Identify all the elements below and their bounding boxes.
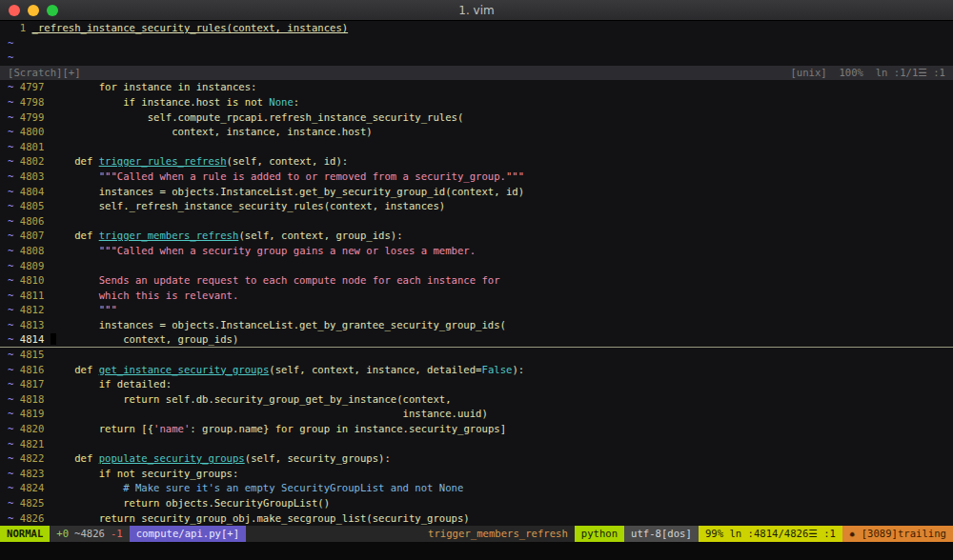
code-line[interactable]: ~4808 """Called when a security group ga… — [0, 244, 953, 259]
minimize-button[interactable] — [28, 5, 39, 16]
line-number: 4816 — [20, 363, 45, 378]
code-line[interactable]: ~4806 — [0, 214, 953, 230]
line-number: 4801 — [20, 140, 45, 155]
code-line[interactable]: ~4799 self.compute_rpcapi.refresh_instan… — [0, 110, 953, 126]
whitespace-warning: ✹ [3089]trailing — [842, 526, 953, 542]
code-line[interactable]: ~4798 if instance.host is not None: — [0, 95, 953, 110]
gitgutter-modified-sign: ~ — [8, 110, 20, 126]
code-text: """Called when a rule is added to or rem… — [51, 170, 525, 185]
gitgutter-modified-sign: ~ — [8, 140, 20, 155]
gitgutter-modified-sign: ~ — [8, 185, 20, 200]
code-line[interactable]: ~4804 instances = objects.InstanceList.g… — [0, 185, 953, 200]
code-line[interactable]: ~4802 def trigger_rules_refresh(self, co… — [0, 154, 953, 170]
gitgutter-modified-sign: ~ — [8, 229, 20, 244]
close-button[interactable] — [9, 5, 20, 16]
code-line[interactable]: ~4826 return security_group_obj.make_sec… — [0, 511, 953, 527]
line-number: 4825 — [20, 496, 45, 511]
line-number: 4819 — [20, 407, 45, 422]
gitgutter-modified-sign: ~ — [8, 289, 20, 304]
gitgutter-modified-sign: ~ — [8, 511, 20, 527]
gitgutter-modified-sign: ~ — [8, 244, 20, 259]
code-line[interactable]: ~4805 self._refresh_instance_security_ru… — [0, 199, 953, 214]
line-number: 4799 — [20, 110, 45, 126]
code-line[interactable]: ~4820 return [{'name': group.name} for g… — [0, 422, 953, 437]
line-number: 4802 — [20, 154, 45, 170]
code-text: return objects.SecurityGroupList() — [51, 496, 330, 511]
code-line[interactable]: ~4814 context, group_ids) — [0, 332, 953, 348]
gitgutter-modified-sign: ~ — [8, 80, 20, 95]
command-line[interactable] — [0, 542, 953, 560]
gitgutter-modified-sign: ~ — [8, 348, 20, 363]
line-number: 4815 — [20, 348, 45, 363]
gitgutter-modified-sign: ~ — [8, 95, 20, 110]
code-line[interactable]: ~4817 if detailed: — [0, 377, 953, 392]
code-text: Sends an update request to each compute … — [51, 273, 500, 289]
code-line[interactable]: ~4797 for instance in instances: — [0, 80, 953, 95]
code-line[interactable]: ~4819 instance.uuid) — [0, 407, 953, 422]
gitgutter-modified-sign: ~ — [8, 318, 20, 333]
code-line[interactable]: ~4812 """ — [0, 303, 953, 318]
code-text: self.compute_rpcapi.refresh_instance_sec… — [51, 110, 464, 126]
code-text: return [{'name': group.name} for group i… — [51, 422, 506, 437]
code-text: return security_group_obj.make_secgroup_… — [51, 511, 470, 527]
gitgutter-modified-sign: ~ — [8, 422, 20, 437]
code-line[interactable]: ~4821 — [0, 437, 953, 452]
line-number: 4800 — [20, 125, 45, 140]
line-number: 1 — [8, 21, 26, 36]
gitgutter-modified-sign: ~ — [8, 363, 20, 378]
inactive-statusline[interactable]: [Scratch][+] [unix] 100% ln :1/1☰ :1 — [0, 66, 953, 81]
fullscreen-button[interactable] — [47, 5, 58, 16]
gitgutter-modified-sign: ~ — [8, 437, 20, 452]
line-number: 4811 — [20, 289, 45, 304]
code-line[interactable]: ~4803 """Called when a rule is added to … — [0, 170, 953, 185]
preview-window[interactable]: 1_refresh_instance_security_rules(contex… — [0, 21, 953, 80]
code-line[interactable]: ~4824 # Make sure it's an empty Security… — [0, 481, 953, 496]
line-number: 4803 — [20, 170, 45, 185]
window-title: 1. vim — [458, 4, 494, 17]
line-number: 4797 — [20, 80, 45, 95]
code-line[interactable]: ~4801 — [0, 140, 953, 155]
line-number: 4820 — [20, 422, 45, 437]
filename-segment: compute/api.py[+] — [130, 526, 246, 542]
code-text: if detailed: — [51, 377, 172, 392]
cursor-position-segment: 99% ln :4814/4826☰ :1 — [699, 526, 842, 542]
line-number: 4826 — [20, 511, 45, 527]
code-line[interactable]: ~4818 return self.db.security_group_get_… — [0, 392, 953, 408]
code-text: def trigger_rules_refresh(self, context,… — [51, 154, 349, 170]
tilde-marker: ~ — [8, 36, 13, 51]
gitgutter-modified-sign: ~ — [8, 259, 20, 274]
empty-buffer-line: ~ — [0, 50, 953, 66]
line-number: 4806 — [20, 214, 45, 230]
code-line[interactable]: ~4810 Sends an update request to each co… — [0, 273, 953, 289]
tilde-marker: ~ — [8, 50, 13, 66]
traffic-lights — [9, 0, 58, 20]
code-text: """Called when a security group gains a … — [51, 244, 476, 259]
code-line[interactable]: ~4811 which this is relevant. — [0, 289, 953, 304]
line-number: 4814 — [20, 332, 45, 348]
current-function-tag: trigger_members_refresh — [421, 526, 575, 542]
line-number: 4817 — [20, 377, 45, 392]
gitgutter-modified-sign: ~ — [8, 303, 20, 318]
code-line[interactable]: ~4809 — [0, 259, 953, 274]
gitgutter-modified-sign: ~ — [8, 170, 20, 185]
scratch-buffer-info: [unix] 100% ln :1/1☰ :1 — [790, 66, 945, 81]
code-line[interactable]: ~4825 return objects.SecurityGroupList() — [0, 496, 953, 511]
statusline-filler — [246, 526, 421, 542]
line-number: 4804 — [20, 185, 45, 200]
gitgutter-modified-sign: ~ — [8, 407, 20, 422]
code-line[interactable]: ~4823 if not security_groups: — [0, 467, 953, 482]
code-line[interactable]: ~4815 — [0, 348, 953, 363]
preview-line[interactable]: 1_refresh_instance_security_rules(contex… — [0, 21, 953, 36]
line-number: 4808 — [20, 244, 45, 259]
code-text: instances = objects.InstanceList.get_by_… — [51, 318, 506, 333]
code-line[interactable]: ~4816 def get_instance_security_groups(s… — [0, 363, 953, 378]
code-line[interactable]: ~4813 instances = objects.InstanceList.g… — [0, 318, 953, 333]
code-buffer[interactable]: ~4797 for instance in instances:~4798 if… — [0, 80, 953, 526]
code-line[interactable]: ~4800 context, instance, instance.host) — [0, 125, 953, 140]
code-line[interactable]: ~4807 def trigger_members_refresh(self, … — [0, 229, 953, 244]
line-number: 4798 — [20, 95, 45, 110]
code-line[interactable]: ~4822 def populate_security_groups(self,… — [0, 451, 953, 467]
hunks-added: +0 — [56, 526, 69, 542]
gitgutter-modified-sign: ~ — [8, 273, 20, 289]
gitgutter-modified-sign: ~ — [8, 125, 20, 140]
